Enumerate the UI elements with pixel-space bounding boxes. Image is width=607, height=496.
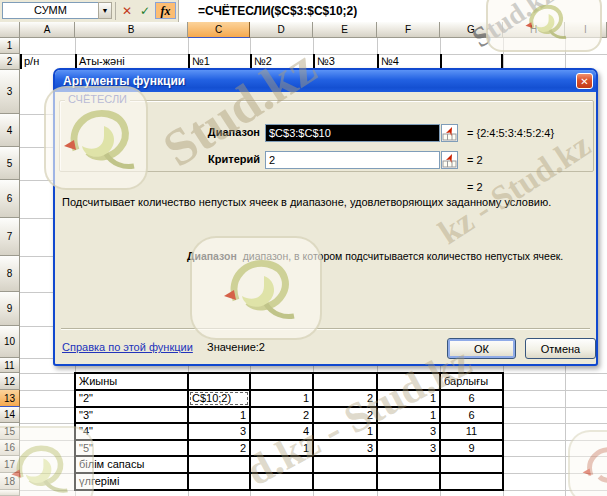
function-help-link[interactable]: Справка по этой функции bbox=[62, 341, 193, 353]
argument-text: диапазон, в котором подсчитывается колич… bbox=[243, 250, 564, 262]
divider bbox=[61, 328, 590, 330]
gridline bbox=[20, 147, 53, 148]
cell-D14[interactable]: 2 bbox=[250, 407, 313, 423]
column-header-H[interactable]: H bbox=[503, 22, 565, 38]
cell-B13[interactable]: "2" bbox=[75, 390, 188, 407]
cell-B15[interactable]: "4" bbox=[75, 423, 188, 440]
criteria-label: Критерий bbox=[55, 153, 260, 165]
row-header-12[interactable]: 12 bbox=[0, 373, 20, 390]
row-header-10[interactable]: 10 bbox=[0, 326, 20, 358]
column-header-I[interactable]: I bbox=[565, 22, 607, 38]
select-all-corner[interactable] bbox=[0, 22, 20, 38]
column-header-F[interactable]: F bbox=[377, 22, 440, 38]
row-header-8[interactable]: 8 bbox=[0, 256, 20, 292]
cell-C15[interactable]: 3 bbox=[188, 423, 250, 440]
cell-row2-B[interactable]: Аты-жәні bbox=[75, 54, 188, 69]
cell-G16[interactable]: 9 bbox=[440, 440, 503, 456]
cell-D15[interactable]: 4 bbox=[250, 423, 313, 440]
cell-row2-E[interactable]: №3 bbox=[313, 54, 377, 69]
row-header-2[interactable]: 2 bbox=[0, 54, 20, 70]
cell-D17[interactable] bbox=[250, 456, 313, 473]
formula-input[interactable]: =СЧЁТЕСЛИ($C$3:$C$10;2) bbox=[178, 0, 607, 22]
row-header-16[interactable]: 16 bbox=[0, 440, 20, 456]
row-header-3[interactable]: 3 bbox=[0, 70, 20, 114]
cell-B16[interactable]: "5" bbox=[75, 440, 188, 456]
cell-C14[interactable]: 1 bbox=[188, 407, 250, 423]
cell-row2-D[interactable]: №2 bbox=[250, 54, 313, 69]
cell-C13[interactable]: C$10;2) bbox=[188, 390, 250, 407]
row-header-9[interactable]: 9 bbox=[0, 292, 20, 326]
range-collapse-button[interactable] bbox=[441, 124, 458, 142]
dialog-titlebar[interactable]: Аргументы функции bbox=[55, 70, 596, 92]
row-header-13[interactable]: 13 bbox=[0, 390, 20, 407]
cancel-entry-icon[interactable]: ✕ bbox=[119, 3, 135, 19]
cell-F16[interactable]: 3 bbox=[377, 440, 440, 456]
cell-B14[interactable]: "3" bbox=[75, 407, 188, 423]
row-header-18[interactable]: 18 bbox=[0, 473, 20, 490]
cell-D13[interactable]: 1 bbox=[250, 390, 313, 407]
cell-C16[interactable]: 2 bbox=[188, 440, 250, 456]
cell-G14[interactable]: 6 bbox=[440, 407, 503, 423]
cell-B12[interactable]: Жиыны bbox=[75, 373, 188, 390]
cell-E12[interactable] bbox=[313, 373, 377, 390]
row-header-7[interactable]: 7 bbox=[0, 218, 20, 256]
cell-D18[interactable] bbox=[250, 473, 313, 490]
cell-E14[interactable]: 2 bbox=[313, 407, 377, 423]
cell-G17[interactable] bbox=[440, 456, 503, 473]
row-header-4[interactable]: 4 bbox=[0, 114, 20, 147]
cell-C12[interactable] bbox=[188, 373, 250, 390]
name-box-dropdown-icon[interactable]: ▼ bbox=[98, 2, 112, 19]
column-header-A[interactable]: A bbox=[20, 22, 75, 38]
column-header-E[interactable]: E bbox=[313, 22, 377, 38]
criteria-field[interactable]: 2 bbox=[265, 151, 440, 169]
cell-F15[interactable]: 3 bbox=[377, 423, 440, 440]
cell-E16[interactable]: 3 bbox=[313, 440, 377, 456]
cell-C18[interactable] bbox=[188, 473, 250, 490]
cell-G12[interactable]: барлығы bbox=[440, 373, 503, 390]
row-header-6[interactable]: 6 bbox=[0, 180, 20, 218]
range-field[interactable]: $C$3:$C$10 bbox=[265, 124, 440, 142]
sheet-right-sliver bbox=[598, 68, 607, 366]
column-header-C[interactable]: C bbox=[188, 22, 250, 38]
criteria-result: = 2 bbox=[467, 154, 483, 166]
row-header-15[interactable]: 15 bbox=[0, 423, 20, 440]
cell-B18[interactable]: үлгерімі bbox=[75, 473, 188, 490]
cell-G18[interactable] bbox=[440, 473, 503, 490]
cell-row2-A[interactable]: р/н bbox=[20, 54, 75, 69]
insert-function-button[interactable]: fx bbox=[155, 2, 176, 19]
cell-G15[interactable]: 11 bbox=[440, 423, 503, 440]
name-box[interactable]: СУММ bbox=[2, 2, 99, 19]
column-header-D[interactable]: D bbox=[250, 22, 313, 38]
column-header-B[interactable]: B bbox=[75, 22, 188, 38]
column-header-G[interactable]: G bbox=[440, 22, 503, 38]
cell-E17[interactable] bbox=[313, 456, 377, 473]
criteria-collapse-button[interactable] bbox=[441, 151, 458, 169]
cell-E18[interactable] bbox=[313, 473, 377, 490]
cell-D12[interactable] bbox=[250, 373, 313, 390]
cell-F12[interactable] bbox=[377, 373, 440, 390]
cell-F18[interactable] bbox=[377, 473, 440, 490]
cell-C17[interactable] bbox=[188, 456, 250, 473]
close-icon[interactable]: ✕ bbox=[576, 73, 593, 89]
cell-E13[interactable]: 2 bbox=[313, 390, 377, 407]
row-header-19[interactable] bbox=[0, 490, 20, 496]
row-header-11[interactable]: 11 bbox=[0, 358, 20, 373]
value-preview: Значение:2 bbox=[207, 341, 265, 353]
cell-F17[interactable] bbox=[377, 456, 440, 473]
cell-E15[interactable]: 1 bbox=[313, 423, 377, 440]
cell-row2-G[interactable] bbox=[440, 54, 503, 69]
cancel-button[interactable]: Отмена bbox=[525, 338, 596, 359]
row-header-5[interactable]: 5 bbox=[0, 147, 20, 180]
cell-row2-F[interactable]: №4 bbox=[377, 54, 440, 69]
row-header-17[interactable]: 17 bbox=[0, 456, 20, 473]
cell-F14[interactable]: 1 bbox=[377, 407, 440, 423]
cell-row2-C[interactable]: №1 bbox=[188, 54, 250, 69]
row-header-1[interactable]: 1 bbox=[0, 38, 20, 54]
cell-B17[interactable]: білім сапасы bbox=[75, 456, 188, 473]
cell-G13[interactable]: 6 bbox=[440, 390, 503, 407]
ok-button[interactable]: ОК bbox=[447, 338, 516, 359]
cell-F13[interactable]: 1 bbox=[377, 390, 440, 407]
row-header-14[interactable]: 14 bbox=[0, 407, 20, 423]
cell-D16[interactable]: 1 bbox=[250, 440, 313, 456]
enter-entry-icon[interactable]: ✓ bbox=[137, 3, 153, 19]
